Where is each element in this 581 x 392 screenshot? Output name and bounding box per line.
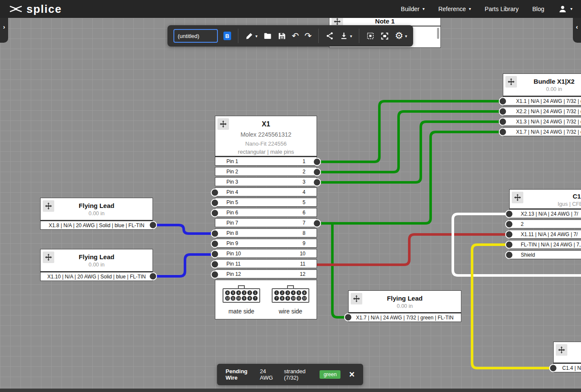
- connection-port[interactable]: [505, 220, 514, 228]
- bundle-wire-row[interactable]: X1.7 | N/A | 24 AWG | 7/32 | gr: [503, 127, 581, 136]
- connection-port[interactable]: [499, 128, 507, 136]
- pin-row[interactable]: Pin 99: [215, 239, 317, 248]
- connection-port[interactable]: [211, 209, 219, 217]
- flying-lead-length: 0.00 in: [349, 302, 461, 309]
- save-button[interactable]: [278, 32, 286, 40]
- splice-logo[interactable]: splice: [9, 3, 62, 15]
- diagram-canvas[interactable]: Note 1 Bundle X1|X2 0.00 in X1.1 | N/A |…: [0, 0, 581, 392]
- wire-row[interactable]: X1.7 | N/A | 24 AWG | 7/32 | green | FL-…: [348, 313, 461, 322]
- undo-button[interactable]: ↶: [292, 32, 299, 40]
- move-handle[interactable]: [556, 344, 567, 356]
- connection-port[interactable]: [149, 272, 157, 281]
- connection-port[interactable]: [505, 251, 514, 259]
- connection-port[interactable]: [499, 118, 507, 126]
- flying-lead-3-node[interactable]: Flying Lead 0.00 in X1.7 | N/A | 24 AWG …: [348, 290, 461, 323]
- pin-row[interactable]: Pin 77: [215, 218, 317, 227]
- bundle-wire-row[interactable]: X1.3 | N/A | 24 AWG | 7/32 | g: [503, 117, 581, 126]
- fit-view-button[interactable]: [380, 32, 389, 41]
- beta-badge[interactable]: B: [223, 32, 231, 40]
- bundle-wire-row[interactable]: X2.2 | N/A | 24 AWG | 7/32 | g: [503, 107, 581, 116]
- move-icon: [44, 253, 53, 261]
- c1-node[interactable]: C1 Igus | CFBUS-C X2.13 | N/A | 24 AWG |…: [509, 189, 581, 260]
- pin-row[interactable]: Pin 1010: [215, 249, 317, 258]
- connection-port[interactable]: [313, 168, 321, 176]
- pin-name: Pin 3: [226, 179, 238, 185]
- pin-row[interactable]: Pin 66: [215, 208, 317, 217]
- connection-port[interactable]: [313, 219, 321, 228]
- pin-dot: 2: [280, 290, 285, 295]
- pin-row[interactable]: Pin 44: [215, 187, 317, 196]
- pin-row[interactable]: Pin 1212: [215, 269, 317, 278]
- c1-wire-row[interactable]: X1.11 | N/A | 24 AWG | 7/: [509, 230, 581, 239]
- connection-port[interactable]: [313, 158, 321, 166]
- connection-port[interactable]: [211, 260, 219, 269]
- wire-red-x1pin11-c1[interactable]: [317, 234, 509, 265]
- select-all-button[interactable]: [366, 32, 375, 40]
- connection-port[interactable]: [149, 221, 157, 229]
- move-handle[interactable]: [512, 192, 523, 203]
- nav-item-builder[interactable]: Builder ▾: [401, 6, 425, 12]
- redo-button[interactable]: ↷: [305, 32, 312, 40]
- pin-row[interactable]: Pin 11: [215, 157, 317, 166]
- filename-input[interactable]: [173, 29, 218, 43]
- connection-port[interactable]: [505, 231, 514, 239]
- nav-item-blog[interactable]: Blog: [532, 6, 544, 12]
- wire-blue-flyinglead1-x1pin8[interactable]: [153, 225, 215, 234]
- move-handle[interactable]: [217, 118, 229, 130]
- nav-item-parts-library[interactable]: Parts Library: [485, 6, 519, 12]
- connection-port[interactable]: [211, 189, 219, 197]
- pin-row[interactable]: Pin 1111: [215, 259, 317, 268]
- move-handle[interactable]: [505, 76, 517, 88]
- connection-port[interactable]: [211, 250, 219, 258]
- close-icon[interactable]: ×: [349, 370, 355, 379]
- pin-row[interactable]: Pin 88: [215, 228, 317, 237]
- wire-yellow-c1-corner[interactable]: [472, 245, 553, 368]
- select-all-icon: [366, 32, 375, 40]
- pin-row[interactable]: Pin 55: [215, 198, 317, 207]
- wire-row[interactable]: X1.10 | N/A | 20 AWG | Solid | blue | FL…: [40, 272, 153, 281]
- connection-port[interactable]: [549, 364, 558, 372]
- settings-button[interactable]: ⚙ ▾: [395, 31, 407, 41]
- connection-port[interactable]: [211, 230, 219, 238]
- edit-mode-button[interactable]: ▾: [245, 32, 258, 40]
- c1-wire-row[interactable]: 2: [509, 219, 581, 228]
- wire-row[interactable]: C1.4 | N: [553, 363, 581, 372]
- open-file-button[interactable]: [263, 32, 272, 41]
- left-panel-toggle[interactable]: ›: [0, 18, 8, 43]
- move-handle[interactable]: [351, 293, 362, 304]
- connection-port[interactable]: [499, 97, 507, 105]
- connection-port[interactable]: [313, 178, 321, 187]
- corner-node[interactable]: C1.4 | N: [553, 342, 581, 374]
- download-button[interactable]: ▾: [340, 32, 352, 40]
- pin-row[interactable]: Pin 22: [215, 167, 317, 176]
- connection-port[interactable]: [505, 241, 514, 249]
- nav-item-reference[interactable]: Reference ▾: [438, 6, 471, 12]
- move-handle[interactable]: [43, 252, 54, 263]
- note-scrollbar[interactable]: [437, 28, 439, 39]
- connection-port[interactable]: [211, 271, 219, 279]
- pin-row[interactable]: Pin 33: [215, 177, 317, 186]
- move-handle[interactable]: [43, 200, 54, 212]
- connection-port[interactable]: [211, 240, 219, 248]
- share-button[interactable]: [326, 32, 334, 40]
- flying-lead-2-node[interactable]: Flying Lead 0.00 in X1.10 | N/A | 20 AWG…: [40, 249, 153, 282]
- connection-port[interactable]: [344, 313, 352, 322]
- flying-lead-1-node[interactable]: Flying Lead 0.00 in X1.8 | N/A | 20 AWG …: [40, 198, 153, 231]
- c1-wire-row[interactable]: Shield: [509, 250, 581, 259]
- pin-name: Pin 8: [226, 230, 238, 236]
- c1-wire-row[interactable]: X2.13 | N/A | 24 AWG | 7/: [509, 209, 581, 218]
- x1-node[interactable]: X1 Molex 2245561312 Nano-Fit 224556 rect…: [215, 116, 317, 319]
- wire-blue-flyinglead2-x1pin10[interactable]: [153, 255, 215, 276]
- connection-port[interactable]: [211, 199, 219, 207]
- wire-green-x1pin7-bundle[interactable]: [317, 132, 503, 223]
- wire-row[interactable]: X1.8 | N/A | 20 AWG | Solid | blue | FL-…: [40, 221, 153, 230]
- connection-port[interactable]: [499, 108, 507, 116]
- account-menu[interactable]: ▾: [558, 4, 572, 14]
- right-panel-toggle[interactable]: ‹: [573, 18, 581, 43]
- pin-dot: 2: [247, 290, 252, 295]
- wire-green-x1pin7-flyinglead[interactable]: [332, 223, 348, 317]
- bundle-node[interactable]: Bundle X1|X2 0.00 in X1.1 | N/A | 24 AWG…: [503, 73, 581, 137]
- bundle-wire-row[interactable]: X1.1 | N/A | 24 AWG | 7/32 | g: [503, 97, 581, 105]
- connection-port[interactable]: [505, 210, 514, 218]
- c1-wire-row[interactable]: FL-TIN | N/A | 24 AWG | 7,: [509, 240, 581, 249]
